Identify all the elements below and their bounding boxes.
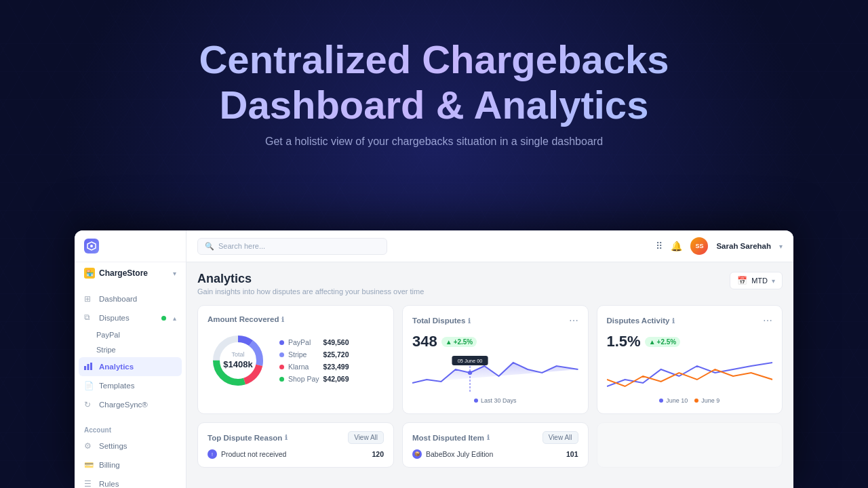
user-menu-chevron-icon[interactable]: ▾: [779, 243, 783, 250]
activity-card-menu-icon[interactable]: ⋯: [763, 315, 772, 326]
date-filter-button[interactable]: 📅 MTD ▾: [730, 272, 783, 289]
most-disputed-item-card: Most Disputed Item ℹ View All 📦 BabeBox …: [402, 422, 589, 468]
legend-shoppay: Shop Pay $42,069: [279, 375, 349, 383]
donut-center: Total $1408k: [223, 351, 252, 370]
most-disputed-view-all-button[interactable]: View All: [542, 431, 578, 444]
activity-badge-value: ▲ +2.5%: [645, 337, 681, 347]
shoppay-dot: [279, 377, 284, 382]
disputes-chart-legend: Last 30 Days: [412, 397, 578, 404]
svg-point-0: [90, 245, 93, 247]
disputes-chart: 05 June 00: [412, 356, 578, 393]
sidebar: 🏪 ChargeStore ▾ ⊞ Dashboard ⧉ Disputes ▴…: [75, 230, 186, 488]
layers-icon: ⧉: [84, 313, 94, 323]
activity-stat-value: 1.5% ▲ +2.5%: [607, 333, 773, 350]
svg-text:05 June  00: 05 June 00: [458, 358, 483, 364]
total-disputes-card: Total Disputes ℹ ⋯ 348 ▲ +2.5%: [402, 305, 589, 414]
file-icon: 📄: [84, 381, 94, 390]
dispute-reason-icon: !: [208, 449, 217, 459]
sidebar-logo-area: [75, 230, 186, 262]
klarna-label: Klarna: [288, 363, 319, 371]
sidebar-account-section: Account ⚙ Settings 💳 Billing ☰ Rules: [75, 420, 186, 488]
shoppay-value: $42,069: [323, 375, 349, 383]
legend-stripe: Stripe $25,720: [279, 350, 349, 359]
user-name-label: Sarah Sarehah: [716, 242, 771, 250]
dispute-reason-view-all-button[interactable]: View All: [348, 431, 384, 444]
disputes-line-chart: 05 June 00: [412, 356, 578, 393]
refresh-icon: ↻: [84, 400, 94, 409]
bar-chart-icon: [84, 362, 94, 371]
sidebar-item-dashboard[interactable]: ⊞ Dashboard: [75, 289, 186, 308]
shoppay-label: Shop Pay: [288, 375, 319, 383]
activity-info-icon: ℹ: [672, 317, 675, 325]
bottom-card-placeholder: [597, 422, 783, 468]
bottom-grid: Top Dispute Reason ℹ View All ! Product …: [197, 422, 783, 468]
amount-legend: PayPal $49,560 Stripe $25,720: [279, 338, 349, 383]
sidebar-item-chargesync[interactable]: ↻ ChargeSync®: [75, 395, 186, 414]
amount-recovered-card: Amount Recovered ℹ: [197, 305, 394, 414]
dispute-reason-title: Top Dispute Reason ℹ: [208, 434, 288, 442]
disputes-card-menu-icon[interactable]: ⋯: [569, 315, 578, 326]
sidebar-item-paypal[interactable]: PayPal: [75, 327, 186, 342]
svg-rect-3: [90, 363, 92, 370]
most-disputed-item-name: BabeBox July Edition: [426, 450, 562, 458]
sidebar-item-settings[interactable]: ⚙ Settings: [75, 436, 186, 455]
notification-bell-icon[interactable]: 🔔: [671, 241, 682, 251]
activity-line-chart: [607, 356, 773, 393]
hero-subtitle: Get a holistic view of your chargebacks …: [0, 136, 868, 148]
dispute-reason-name: Product not received: [221, 450, 368, 458]
legend-klarna: Klarna $23,499: [279, 363, 349, 371]
donut-label: Total: [223, 351, 252, 358]
cards-grid: Amount Recovered ℹ: [197, 305, 783, 414]
disputes-card-header: Total Disputes ℹ ⋯: [412, 315, 578, 326]
sidebar-item-billing[interactable]: 💳 Billing: [75, 455, 186, 474]
sidebar-item-templates[interactable]: 📄 Templates: [75, 376, 186, 395]
most-disputed-item-count: 101: [566, 450, 578, 458]
amount-card-content: Total $1408k PayPal $49,560: [208, 330, 384, 391]
page-title-area: Analytics Gain insights into how dispute…: [197, 272, 424, 296]
svg-point-10: [468, 371, 472, 375]
svg-rect-2: [87, 364, 90, 370]
svg-rect-1: [84, 366, 86, 370]
amount-info-icon: ℹ: [281, 316, 284, 323]
store-selector[interactable]: 🏪 ChargeStore ▾: [75, 262, 186, 284]
klarna-value: $23,499: [323, 363, 349, 371]
dashboard-wrapper: 🏪 ChargeStore ▾ ⊞ Dashboard ⧉ Disputes ▴…: [75, 230, 793, 488]
page-title: Analytics: [197, 272, 424, 286]
page-description: Gain insights into how disputes are affe…: [197, 287, 424, 296]
klarna-dot: [279, 365, 284, 369]
search-bar[interactable]: 🔍 Search here...: [197, 238, 387, 255]
sidebar-item-disputes[interactable]: ⧉ Disputes ▴: [75, 308, 186, 327]
date-filter-chevron-icon: ▾: [772, 277, 775, 285]
account-section-label: Account: [75, 420, 186, 436]
date-filter-label: MTD: [751, 277, 768, 285]
page-header: Analytics Gain insights into how dispute…: [197, 272, 783, 296]
sidebar-item-stripe[interactable]: Stripe: [75, 342, 186, 357]
hero-section: Centralized Chargebacks Dashboard & Anal…: [0, 0, 868, 148]
most-disputed-item-icon: 📦: [412, 449, 422, 459]
logo-icon: [84, 239, 99, 253]
legend-paypal: PayPal $49,560: [279, 338, 349, 346]
dispute-reason-info-icon: ℹ: [285, 434, 288, 441]
donut-value: $1408k: [223, 359, 252, 369]
paypal-dot: [279, 340, 284, 345]
amount-card-title: Amount Recovered ℹ: [208, 315, 284, 323]
activity-chart: [607, 356, 773, 393]
calendar-icon: 📅: [737, 276, 747, 285]
dispute-reason-header: Top Dispute Reason ℹ View All: [208, 431, 384, 444]
stripe-label: Stripe: [288, 350, 319, 359]
amount-card-header: Amount Recovered ℹ: [208, 315, 384, 323]
list-icon: ☰: [84, 479, 94, 488]
most-disputed-info-icon: ℹ: [487, 434, 490, 441]
stripe-dot: [279, 352, 284, 357]
activity-card-header: Disputes Activity ℹ ⋯: [607, 315, 773, 326]
activity-card-title: Disputes Activity ℹ: [607, 317, 675, 325]
sidebar-item-rules[interactable]: ☰ Rules: [75, 474, 186, 488]
topbar: 🔍 Search here... ⠿ 🔔 SS Sarah Sarehah ▾: [186, 230, 793, 262]
sidebar-item-analytics[interactable]: Analytics: [79, 357, 182, 376]
disputes-activity-card: Disputes Activity ℹ ⋯ 1.5% ▲ +2.5%: [597, 305, 783, 414]
apps-grid-icon[interactable]: ⠿: [656, 241, 663, 251]
hero-title: Centralized Chargebacks Dashboard & Anal…: [0, 37, 868, 127]
sidebar-navigation: ⊞ Dashboard ⧉ Disputes ▴ PayPal Stripe: [75, 284, 186, 420]
disputes-info-icon: ℹ: [468, 317, 471, 325]
main-content: 🔍 Search here... ⠿ 🔔 SS Sarah Sarehah ▾: [186, 230, 793, 488]
